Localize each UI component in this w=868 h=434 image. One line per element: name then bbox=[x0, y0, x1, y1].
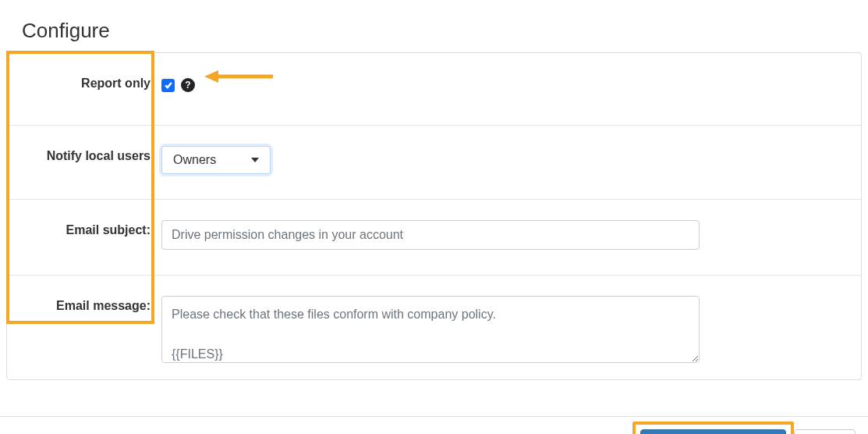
footer-actions: Remove permissions Close bbox=[0, 417, 868, 434]
label-col: Notify local users bbox=[7, 143, 161, 163]
chevron-down-icon bbox=[251, 158, 259, 162]
label-col: Report only bbox=[7, 76, 161, 91]
page-title: Configure bbox=[0, 0, 868, 52]
row-email-message: Email message: bbox=[7, 276, 861, 379]
report-only-checkbox[interactable] bbox=[161, 79, 175, 92]
email-subject-label: Email subject: bbox=[66, 223, 151, 237]
label-col: Email subject: bbox=[7, 217, 161, 237]
notify-local-users-label: Notify local users bbox=[47, 149, 151, 162]
configure-panel: Report only ? Notify local users Owners … bbox=[6, 52, 862, 380]
email-message-textarea[interactable] bbox=[161, 296, 700, 363]
control-col bbox=[161, 293, 861, 365]
notify-local-users-select[interactable]: Owners bbox=[161, 146, 271, 174]
close-button[interactable]: Close bbox=[794, 429, 856, 434]
email-subject-input[interactable] bbox=[161, 220, 700, 250]
email-message-label: Email message: bbox=[56, 299, 151, 312]
control-col: Owners bbox=[161, 143, 861, 174]
row-report-only: Report only ? bbox=[7, 53, 861, 126]
select-value: Owners bbox=[173, 153, 216, 166]
help-icon[interactable]: ? bbox=[181, 78, 195, 92]
row-email-subject: Email subject: bbox=[7, 200, 861, 276]
control-col bbox=[161, 217, 861, 250]
row-notify-local-users: Notify local users Owners bbox=[7, 126, 861, 200]
report-only-label: Report only bbox=[81, 76, 151, 90]
label-col: Email message: bbox=[7, 293, 161, 313]
remove-permissions-button[interactable]: Remove permissions bbox=[640, 429, 786, 434]
control-col: ? bbox=[161, 76, 861, 92]
